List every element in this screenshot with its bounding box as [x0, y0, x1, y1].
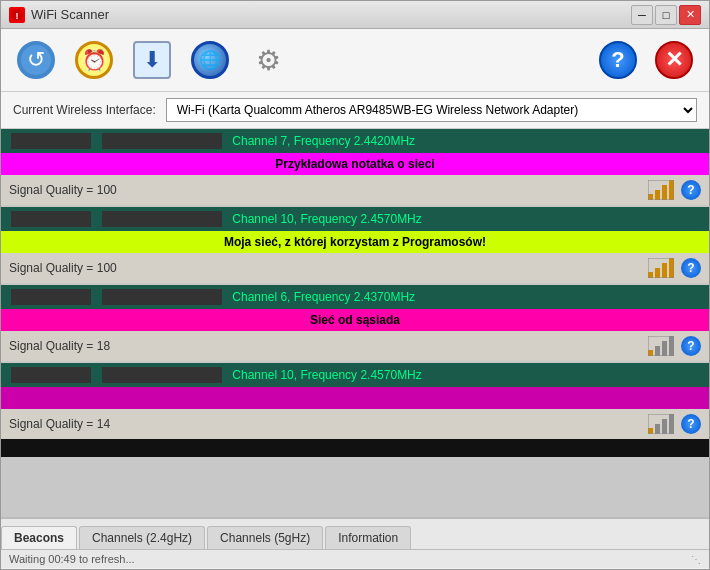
schedule-button[interactable]: ⏰	[69, 35, 119, 85]
svg-rect-3	[655, 190, 660, 200]
settings-button[interactable]: ⚙	[243, 35, 293, 85]
svg-rect-18	[655, 424, 660, 434]
tab-beacons[interactable]: Beacons	[1, 526, 77, 549]
network-list: Channel 7, Frequency 2.4420MHz Przykłado…	[1, 129, 709, 517]
channel-info-3: Channel 6, Frequency 2.4370MHz	[232, 290, 415, 304]
network-header-1: Channel 7, Frequency 2.4420MHz	[1, 129, 709, 153]
svg-rect-20	[669, 414, 674, 434]
network-header-2: Channel 10, Frequency 2.4570MHz	[1, 207, 709, 231]
titlebar-left: ! WiFi Scanner	[9, 7, 109, 23]
exit-button[interactable]: ✕	[649, 35, 699, 85]
gear-icon: ⚙	[249, 41, 287, 79]
svg-rect-14	[662, 341, 667, 356]
signal-quality-4: Signal Quality = 14	[9, 417, 641, 431]
close-window-button[interactable]: ✕	[679, 5, 701, 25]
interface-select[interactable]: Wi-Fi (Karta Qualcomm Atheros AR9485WB-E…	[166, 98, 697, 122]
svg-rect-5	[669, 180, 674, 200]
bssid-3	[102, 289, 222, 305]
globe-button[interactable]: 🌐	[185, 35, 235, 85]
network-note-1: Przykładowa notatka o sieci	[1, 153, 709, 175]
network-help-3[interactable]: ?	[681, 336, 701, 356]
svg-rect-19	[662, 419, 667, 434]
minimize-button[interactable]: ─	[631, 5, 653, 25]
download-button[interactable]: ⬇	[127, 35, 177, 85]
network-block-2: Channel 10, Frequency 2.4570MHz Moja sie…	[1, 207, 709, 283]
titlebar: ! WiFi Scanner ─ □ ✕	[1, 1, 709, 29]
help-icon: ?	[599, 41, 637, 79]
network-extra-4	[1, 439, 709, 457]
svg-rect-12	[648, 350, 653, 356]
refresh-icon	[17, 41, 55, 79]
ssid-1	[11, 133, 91, 149]
network-block-3: Channel 6, Frequency 2.4370MHz Sieć od s…	[1, 285, 709, 361]
svg-rect-15	[669, 336, 674, 356]
network-signal-1: Signal Quality = 100 ?	[1, 175, 709, 205]
ssid-2	[11, 211, 91, 227]
tab-channels-24[interactable]: Channels (2.4gHz)	[79, 526, 205, 549]
help-button[interactable]: ?	[593, 35, 643, 85]
network-help-4[interactable]: ?	[681, 414, 701, 434]
statusbar-text: Waiting 00:49 to refresh...	[9, 553, 135, 565]
network-help-2[interactable]: ?	[681, 258, 701, 278]
network-signal-3: Signal Quality = 18 ?	[1, 331, 709, 361]
ssid-4	[11, 367, 91, 383]
statusbar: Waiting 00:49 to refresh... ⋱	[1, 549, 709, 568]
window-controls[interactable]: ─ □ ✕	[631, 5, 701, 25]
signal-quality-3: Signal Quality = 18	[9, 339, 641, 353]
interface-bar: Current Wireless Interface: Wi-Fi (Karta…	[1, 92, 709, 129]
network-block-4: Channel 10, Frequency 2.4570MHz Signal Q…	[1, 363, 709, 457]
window-title: WiFi Scanner	[31, 7, 109, 22]
signal-quality-2: Signal Quality = 100	[9, 261, 641, 275]
clock-icon: ⏰	[75, 41, 113, 79]
exit-icon: ✕	[655, 41, 693, 79]
network-signal-4: Signal Quality = 14 ?	[1, 409, 709, 439]
network-signal-2: Signal Quality = 100 ?	[1, 253, 709, 283]
svg-rect-4	[662, 185, 667, 200]
network-note-4	[1, 387, 709, 409]
interface-label: Current Wireless Interface:	[13, 103, 156, 117]
toolbar: ⏰ ⬇ 🌐 ⚙ ? ✕	[1, 29, 709, 92]
tab-channels-5[interactable]: Channels (5gHz)	[207, 526, 323, 549]
svg-rect-10	[669, 258, 674, 278]
signal-bars-icon-2	[647, 257, 675, 279]
signal-quality-1: Signal Quality = 100	[9, 183, 641, 197]
network-header-3: Channel 6, Frequency 2.4370MHz	[1, 285, 709, 309]
channel-info-4: Channel 10, Frequency 2.4570MHz	[232, 368, 421, 382]
network-header-4: Channel 10, Frequency 2.4570MHz	[1, 363, 709, 387]
signal-bars-icon-4	[647, 413, 675, 435]
svg-rect-13	[655, 346, 660, 356]
channel-info-1: Channel 7, Frequency 2.4420MHz	[232, 134, 415, 148]
bssid-2	[102, 211, 222, 227]
svg-rect-9	[662, 263, 667, 278]
download-icon: ⬇	[133, 41, 171, 79]
svg-rect-8	[655, 268, 660, 278]
bssid-4	[102, 367, 222, 383]
network-block-1: Channel 7, Frequency 2.4420MHz Przykłado…	[1, 129, 709, 205]
svg-rect-17	[648, 428, 653, 434]
maximize-button[interactable]: □	[655, 5, 677, 25]
channel-info-2: Channel 10, Frequency 2.4570MHz	[232, 212, 421, 226]
refresh-button[interactable]	[11, 35, 61, 85]
toolbar-right: ? ✕	[593, 35, 699, 85]
tab-information[interactable]: Information	[325, 526, 411, 549]
ssid-3	[11, 289, 91, 305]
signal-bars-icon-3	[647, 335, 675, 357]
resize-grip: ⋱	[691, 554, 701, 565]
network-help-1[interactable]: ?	[681, 180, 701, 200]
svg-rect-7	[648, 272, 653, 278]
network-note-2: Moja sieć, z której korzystam z Programo…	[1, 231, 709, 253]
tab-bar: Beacons Channels (2.4gHz) Channels (5gHz…	[1, 517, 709, 549]
network-note-3: Sieć od sąsiada	[1, 309, 709, 331]
globe-icon: 🌐	[191, 41, 229, 79]
app-icon: !	[9, 7, 25, 23]
svg-text:!: !	[16, 11, 19, 21]
signal-bars-icon-1	[647, 179, 675, 201]
bssid-1	[102, 133, 222, 149]
svg-rect-2	[648, 194, 653, 200]
